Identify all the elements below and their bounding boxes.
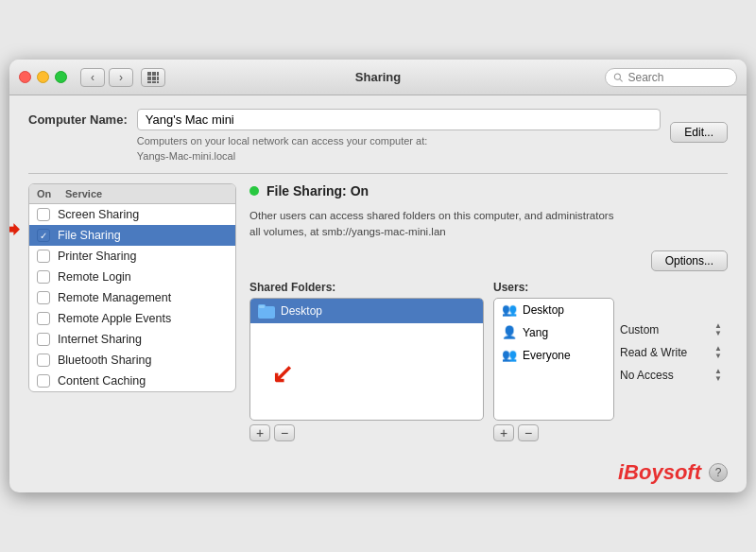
service-list: On Service Screen Sharing✓File SharingPr…: [28, 183, 236, 392]
grid-button[interactable]: [141, 68, 165, 87]
service-checkbox[interactable]: [37, 270, 50, 284]
service-checkbox[interactable]: ✓: [37, 229, 50, 242]
service-item[interactable]: Printer Sharing: [29, 246, 235, 267]
service-item-label: Remote Apple Events: [58, 312, 171, 325]
remove-folder-button[interactable]: −: [274, 424, 295, 441]
permission-stepper[interactable]: ▲▼: [714, 345, 722, 360]
status-description: Other users can access shared folders on…: [249, 208, 728, 241]
svg-rect-13: [259, 305, 265, 308]
svg-rect-6: [147, 81, 151, 83]
computer-name-row: Computer Name: Computers on your local n…: [28, 109, 728, 164]
user-item[interactable]: 👥Everyone: [494, 344, 613, 367]
brand-rest: Boysoft: [624, 460, 701, 484]
main-panel: ➡ On Service Screen Sharing✓File Sharing…: [28, 183, 728, 441]
search-bar[interactable]: [605, 68, 737, 87]
forward-button[interactable]: ›: [109, 68, 133, 87]
user-icon: 👤: [502, 325, 517, 340]
users-items-container: 👥Desktop👤Yang👥Everyone: [494, 299, 613, 367]
search-icon: [613, 72, 623, 83]
user-name: Everyone: [523, 349, 571, 362]
service-item[interactable]: Content Caching: [29, 371, 235, 391]
users-list: 👥Desktop👤Yang👥Everyone: [493, 298, 614, 421]
svg-rect-2: [157, 72, 159, 76]
computer-name-label: Computer Name:: [28, 109, 128, 127]
service-list-wrapper: ➡ On Service Screen Sharing✓File Sharing…: [28, 183, 236, 441]
add-folder-button[interactable]: +: [249, 424, 270, 441]
nav-buttons: ‹ ›: [80, 68, 133, 87]
computer-name-subtitle: Computers on your local network can acce…: [137, 134, 662, 164]
service-checkbox[interactable]: [37, 333, 50, 346]
remove-user-button[interactable]: −: [518, 424, 539, 441]
svg-rect-5: [157, 77, 159, 80]
svg-rect-0: [147, 72, 151, 76]
help-button[interactable]: ?: [709, 463, 728, 482]
service-item[interactable]: Remote Apple Events: [29, 308, 235, 329]
service-checkbox[interactable]: [37, 291, 50, 304]
service-item-label: Content Caching: [58, 374, 146, 388]
folder-item-desktop[interactable]: Desktop: [250, 299, 483, 323]
status-title: File Sharing: On: [266, 183, 369, 198]
svg-line-10: [620, 79, 623, 82]
permission-label: Read & Write: [620, 346, 687, 359]
grid-icon: [146, 71, 160, 84]
user-name: Desktop: [523, 303, 564, 317]
svg-rect-7: [152, 81, 156, 83]
folder-icon: [258, 303, 275, 319]
user-item[interactable]: 👤Yang: [494, 321, 613, 344]
service-item-label: Remote Management: [58, 291, 171, 304]
service-checkbox[interactable]: [37, 312, 50, 325]
window-title: Sharing: [355, 70, 401, 84]
options-button[interactable]: Options...: [651, 250, 728, 271]
service-item-label: Printer Sharing: [58, 250, 136, 263]
svg-rect-1: [152, 72, 156, 76]
service-item-label: Bluetooth Sharing: [58, 354, 151, 367]
service-item[interactable]: Remote Management: [29, 287, 235, 308]
service-item[interactable]: ✓File Sharing: [29, 225, 235, 246]
user-item[interactable]: 👥Desktop: [494, 299, 613, 321]
search-input[interactable]: [627, 71, 729, 84]
zoom-button[interactable]: [55, 71, 67, 83]
folders-list: Desktop ↙: [249, 298, 484, 421]
minimize-button[interactable]: [37, 71, 49, 83]
service-item[interactable]: Bluetooth Sharing: [29, 350, 235, 371]
service-checkbox[interactable]: [37, 354, 50, 367]
right-panel: File Sharing: On Other users can access …: [249, 183, 728, 441]
computer-name-input[interactable]: [137, 109, 662, 130]
folders-add-remove-bar: + −: [249, 424, 484, 441]
status-indicator: [249, 186, 259, 196]
user-icon: 👥: [502, 348, 517, 363]
permissions-container: Custom▲▼Read & Write▲▼No Access▲▼: [614, 319, 728, 387]
service-checkbox[interactable]: [37, 250, 50, 263]
service-item[interactable]: Remote Login: [29, 267, 235, 287]
iboysoft-logo: iBoysoft: [618, 460, 701, 485]
back-button[interactable]: ‹: [80, 68, 105, 87]
permission-item[interactable]: Custom▲▼: [614, 319, 728, 341]
close-button[interactable]: [19, 71, 31, 83]
user-icon: 👥: [502, 302, 517, 318]
permission-item[interactable]: No Access▲▼: [614, 364, 728, 387]
permission-item[interactable]: Read & Write▲▼: [614, 341, 728, 364]
svg-rect-3: [147, 77, 151, 80]
options-btn-row: Options...: [249, 250, 728, 271]
folder-name-desktop: Desktop: [281, 304, 322, 318]
down-arrow-annotation: ↙: [271, 358, 293, 389]
svg-rect-8: [157, 81, 159, 83]
service-item[interactable]: Screen Sharing: [29, 204, 235, 225]
service-items-container: Screen Sharing✓File SharingPrinter Shari…: [29, 204, 235, 391]
content-area: Computer Name: Computers on your local n…: [9, 95, 747, 454]
permission-stepper[interactable]: ▲▼: [714, 368, 722, 383]
folders-list-wrapper: Desktop ↙ + −: [249, 298, 484, 441]
traffic-lights: [19, 71, 67, 83]
permission-label: No Access: [620, 369, 674, 382]
col-on-label: On: [37, 188, 65, 199]
branding-area: iBoysoft ?: [9, 455, 747, 492]
service-item[interactable]: Internet Sharing: [29, 329, 235, 350]
service-item-label: File Sharing: [58, 229, 121, 242]
permission-stepper[interactable]: ▲▼: [714, 322, 722, 337]
service-checkbox[interactable]: [37, 208, 50, 221]
divider: [28, 173, 728, 174]
status-row: File Sharing: On: [249, 183, 728, 198]
service-checkbox[interactable]: [37, 374, 50, 388]
add-user-button[interactable]: +: [493, 424, 514, 441]
edit-button[interactable]: Edit...: [670, 122, 728, 143]
